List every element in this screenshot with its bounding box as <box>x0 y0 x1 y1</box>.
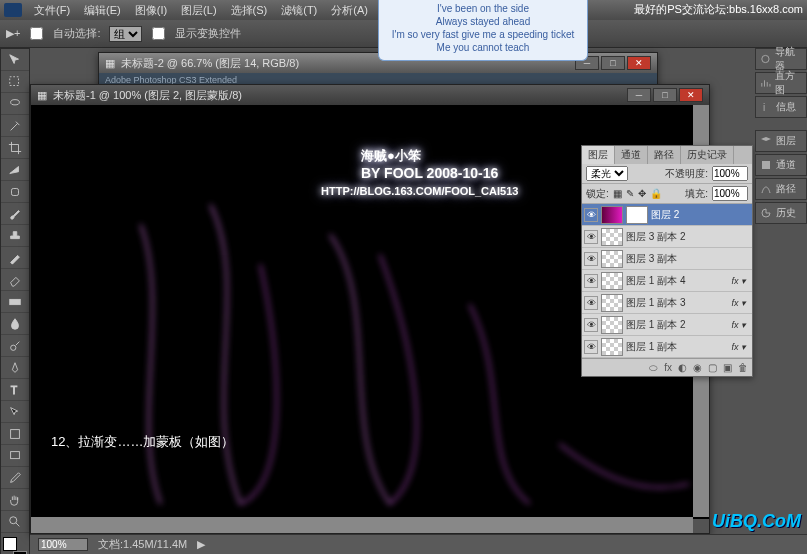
foreground-swatch[interactable] <box>3 537 17 551</box>
adjustment-icon[interactable]: ◉ <box>693 362 702 373</box>
wand-tool[interactable] <box>1 115 29 137</box>
menu-image[interactable]: 图像(I) <box>129 1 173 20</box>
lasso-tool[interactable] <box>1 93 29 115</box>
crop-tool[interactable] <box>1 137 29 159</box>
tab-history[interactable]: 历史记录 <box>681 146 734 164</box>
layer-thumb[interactable] <box>601 206 623 224</box>
tab-channels[interactable]: 通道 <box>615 146 648 164</box>
fx-badge[interactable]: fx ▾ <box>731 276 746 286</box>
visibility-icon[interactable]: 👁 <box>584 340 598 354</box>
tab-layers[interactable]: 图层 <box>582 146 615 164</box>
dock-history[interactable]: 历史 <box>755 202 807 224</box>
eyedropper-tool[interactable] <box>1 467 29 489</box>
dock-histogram[interactable]: 直方图 <box>755 72 807 94</box>
zoom-input[interactable] <box>38 538 88 551</box>
doc2-scroll-h[interactable] <box>31 517 693 533</box>
fill-input[interactable] <box>712 186 748 201</box>
menu-file[interactable]: 文件(F) <box>28 1 76 20</box>
blur-tool[interactable] <box>1 313 29 335</box>
layer-thumb[interactable] <box>601 272 623 290</box>
pen-tool[interactable] <box>1 357 29 379</box>
visibility-icon[interactable]: 👁 <box>584 296 598 310</box>
trash-icon[interactable]: 🗑 <box>738 362 748 373</box>
lock-pixels-icon[interactable]: ✎ <box>626 188 634 199</box>
dock-navigator[interactable]: 导航器 <box>755 48 807 70</box>
link-icon[interactable]: ⬭ <box>649 362 658 374</box>
layer-row[interactable]: 👁 图层 1 副本 fx ▾ <box>582 336 752 358</box>
color-swatches[interactable] <box>1 537 29 554</box>
layer-row[interactable]: 👁 图层 3 副本 2 <box>582 226 752 248</box>
layer-row[interactable]: 👁 图层 3 副本 <box>582 248 752 270</box>
doc2-titlebar[interactable]: ▦ 未标题-1 @ 100% (图层 2, 图层蒙版/8) ─ □ ✕ <box>31 85 709 105</box>
dodge-tool[interactable] <box>1 335 29 357</box>
doc1-max[interactable]: □ <box>601 56 625 70</box>
blend-mode-select[interactable]: 柔光 <box>586 166 628 181</box>
lyrics-popup: I've been on the side Always stayed ahea… <box>378 0 588 61</box>
statusbar: 文档:1.45M/11.4M ▶ <box>30 534 807 554</box>
layer-thumb[interactable] <box>601 250 623 268</box>
menu-filter[interactable]: 滤镜(T) <box>275 1 323 20</box>
visibility-icon[interactable]: 👁 <box>584 274 598 288</box>
menu-layer[interactable]: 图层(L) <box>175 1 222 20</box>
layer-thumb[interactable] <box>601 294 623 312</box>
mask-thumb[interactable] <box>626 206 648 224</box>
move-tool[interactable] <box>1 49 29 71</box>
marquee-tool[interactable] <box>1 71 29 93</box>
doc2-max[interactable]: □ <box>653 88 677 102</box>
hand-tool[interactable] <box>1 489 29 511</box>
show-transform-check[interactable] <box>152 27 165 40</box>
auto-select-type[interactable]: 组 <box>109 26 142 42</box>
zoom-tool[interactable] <box>1 511 29 533</box>
layer-thumb[interactable] <box>601 338 623 356</box>
eraser-tool[interactable] <box>1 269 29 291</box>
layer-row[interactable]: 👁 图层 1 副本 2 fx ▾ <box>582 314 752 336</box>
menu-edit[interactable]: 编辑(E) <box>78 1 127 20</box>
doc2-close[interactable]: ✕ <box>679 88 703 102</box>
lock-position-icon[interactable]: ✥ <box>638 188 646 199</box>
tab-paths[interactable]: 路径 <box>648 146 681 164</box>
fx-icon[interactable]: fx <box>664 362 672 373</box>
auto-select-check[interactable] <box>30 27 43 40</box>
lock-transparent-icon[interactable]: ▦ <box>613 188 622 199</box>
visibility-icon[interactable]: 👁 <box>584 318 598 332</box>
opacity-input[interactable] <box>712 166 748 181</box>
shape-tool[interactable] <box>1 423 29 445</box>
new-layer-icon[interactable]: ▣ <box>723 362 732 373</box>
fx-badge[interactable]: fx ▾ <box>731 298 746 308</box>
layer-thumb[interactable] <box>601 228 623 246</box>
fx-badge[interactable]: fx ▾ <box>731 342 746 352</box>
doc1-title-text: 未标题-2 @ 66.7% (图层 14, RGB/8) <box>121 56 299 71</box>
lock-all-icon[interactable]: 🔒 <box>650 188 662 199</box>
heal-tool[interactable] <box>1 181 29 203</box>
dock-channels[interactable]: 通道 <box>755 154 807 176</box>
doc1-close[interactable]: ✕ <box>627 56 651 70</box>
fx-badge[interactable]: fx ▾ <box>731 320 746 330</box>
layer-row[interactable]: 👁 图层 2 <box>582 204 752 226</box>
layer-row[interactable]: 👁 图层 1 副本 4 fx ▾ <box>582 270 752 292</box>
path-select-tool[interactable] <box>1 401 29 423</box>
layer-row[interactable]: 👁 图层 1 副本 3 fx ▾ <box>582 292 752 314</box>
right-dock: 导航器 直方图 i信息 图层 通道 路径 历史 <box>755 48 807 224</box>
menu-select[interactable]: 选择(S) <box>225 1 274 20</box>
dock-layers[interactable]: 图层 <box>755 130 807 152</box>
folder-icon[interactable]: ▢ <box>708 362 717 373</box>
dock-info[interactable]: i信息 <box>755 96 807 118</box>
type-tool[interactable]: T <box>1 379 29 401</box>
notes-tool[interactable] <box>1 445 29 467</box>
status-arrow-icon[interactable]: ▶ <box>197 538 205 551</box>
visibility-icon[interactable]: 👁 <box>584 230 598 244</box>
slice-tool[interactable] <box>1 159 29 181</box>
mask-icon[interactable]: ◐ <box>678 362 687 373</box>
visibility-icon[interactable]: 👁 <box>584 208 598 222</box>
brush-tool[interactable] <box>1 203 29 225</box>
dock-paths[interactable]: 路径 <box>755 178 807 200</box>
doc2-min[interactable]: ─ <box>627 88 651 102</box>
show-transform-label: 显示变换控件 <box>175 26 241 41</box>
layer-thumb[interactable] <box>601 316 623 334</box>
menu-analysis[interactable]: 分析(A) <box>325 1 374 20</box>
layers-panel: 图层 通道 路径 历史记录 柔光 不透明度: 锁定: ▦ ✎ ✥ 🔒 填充: 👁… <box>581 145 753 377</box>
stamp-tool[interactable] <box>1 225 29 247</box>
history-brush-tool[interactable] <box>1 247 29 269</box>
visibility-icon[interactable]: 👁 <box>584 252 598 266</box>
gradient-tool[interactable] <box>1 291 29 313</box>
